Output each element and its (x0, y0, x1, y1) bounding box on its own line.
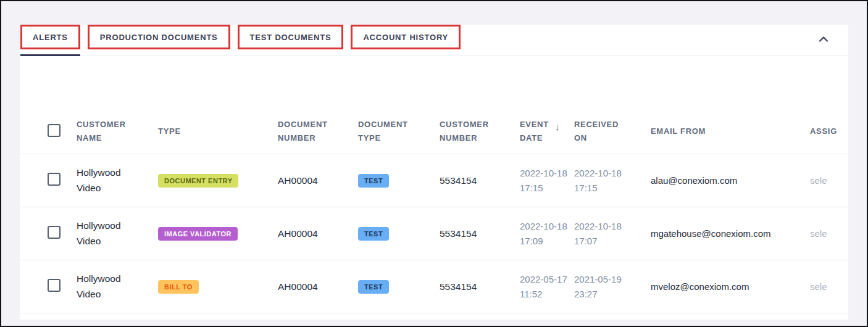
row-checkbox[interactable] (48, 279, 61, 292)
document-type-cell: TEST (358, 174, 440, 188)
customer-number-cell: 5534154 (440, 175, 520, 186)
tab-bar: ALERTS PRODUCTION DOCUMENTS TEST DOCUMEN… (20, 25, 848, 56)
type-badge: DOCUMENT ENTRY (158, 174, 238, 188)
assigned-select[interactable]: sele (810, 175, 848, 186)
assigned-select[interactable]: sele (810, 281, 848, 292)
column-header-received-on[interactable]: RECEIVED ON (574, 118, 651, 144)
column-header-assigned[interactable]: ASSIG (810, 125, 848, 138)
document-number-cell: AH00004 (278, 281, 358, 292)
document-type-badge: TEST (358, 174, 389, 188)
content-panel: ALERTS PRODUCTION DOCUMENTS TEST DOCUMEN… (20, 25, 848, 320)
received-on-cell: 2021-05-19 23:27 (574, 272, 651, 301)
column-header-customer-name[interactable]: CUSTOMER NAME (77, 118, 158, 144)
type-badge: BILL TO (158, 280, 199, 294)
checkbox-cell (48, 226, 77, 241)
received-on-cell: 2022-10-18 17:07 (574, 219, 651, 248)
row-checkbox[interactable] (48, 226, 61, 239)
type-badge: IMAGE VALIDATOR (158, 227, 238, 241)
select-all-cell (48, 123, 77, 139)
received-on-cell: 2022-10-18 17:15 (574, 166, 651, 195)
customer-number-cell: 5534154 (440, 281, 520, 292)
type-cell: IMAGE VALIDATOR (158, 227, 278, 241)
customer-name-cell: Hollywood Video (77, 271, 158, 301)
event-date-cell: 2022-10-18 17:09 (520, 219, 574, 248)
tab-alerts[interactable]: ALERTS (20, 25, 80, 49)
tab-account-history[interactable]: ACCOUNT HISTORY (351, 25, 461, 49)
event-date-cell: 2022-10-18 17:15 (520, 166, 574, 195)
customer-number-cell: 5534154 (440, 228, 520, 239)
column-header-customer-number[interactable]: CUSTOMER NUMBER (440, 118, 520, 144)
email-from-cell: mgatehouse@conexiom.com (651, 228, 810, 239)
document-type-badge: TEST (358, 227, 389, 241)
email-from-cell: alau@conexiom.com (651, 175, 810, 186)
column-header-event-date[interactable]: EVENT DATE ↓ (520, 118, 574, 144)
document-type-badge: TEST (358, 280, 389, 294)
tab-production-documents[interactable]: PRODUCTION DOCUMENTS (88, 25, 230, 49)
checkbox-cell (48, 279, 77, 294)
column-header-document-number[interactable]: DOCUMENT NUMBER (278, 118, 358, 144)
row-checkbox[interactable] (48, 173, 61, 186)
collapse-panel-button[interactable] (815, 32, 832, 49)
column-header-email-from[interactable]: EMAIL FROM (651, 125, 810, 138)
checkbox-cell (48, 173, 77, 188)
app-window: ALERTS PRODUCTION DOCUMENTS TEST DOCUMEN… (0, 0, 868, 327)
select-all-checkbox[interactable] (48, 124, 61, 137)
document-number-cell: AH00004 (278, 175, 358, 186)
assigned-select[interactable]: sele (810, 228, 848, 239)
document-number-cell: AH00004 (278, 228, 358, 239)
column-header-document-type[interactable]: DOCUMENT TYPE (358, 118, 440, 144)
document-type-cell: TEST (358, 227, 440, 241)
column-header-type[interactable]: TYPE (158, 125, 278, 138)
chevron-up-icon (816, 32, 831, 49)
type-cell: DOCUMENT ENTRY (158, 174, 278, 188)
alerts-table: CUSTOMER NAME TYPE DOCUMENT NUMBER DOCUM… (20, 109, 848, 313)
tab-test-documents[interactable]: TEST DOCUMENTS (238, 25, 344, 49)
event-date-label: EVENT DATE (520, 118, 551, 144)
sort-descending-icon[interactable]: ↓ (555, 120, 560, 135)
table-row: Hollywood Video IMAGE VALIDATOR AH00004 … (20, 207, 848, 260)
table-header-row: CUSTOMER NAME TYPE DOCUMENT NUMBER DOCUM… (20, 109, 848, 154)
table-row: Hollywood Video BILL TO AH00004 TEST 553… (20, 260, 848, 313)
table-row: Hollywood Video DOCUMENT ENTRY AH00004 T… (20, 154, 848, 207)
type-cell: BILL TO (158, 280, 278, 294)
email-from-cell: mveloz@conexiom.com (651, 281, 810, 292)
event-date-cell: 2022-05-17 11:52 (520, 272, 574, 301)
customer-name-cell: Hollywood Video (77, 218, 158, 248)
document-type-cell: TEST (358, 280, 440, 294)
customer-name-cell: Hollywood Video (77, 165, 158, 195)
